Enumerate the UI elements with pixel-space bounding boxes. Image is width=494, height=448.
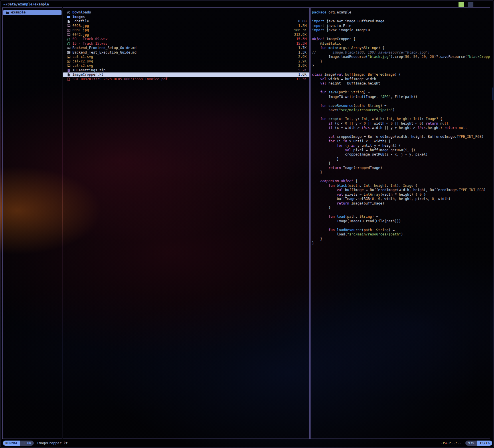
code-line: val pixels = IntArray(width * height) { …: [312, 192, 490, 197]
image-icon: [67, 29, 70, 32]
tab[interactable]: [459, 2, 464, 7]
status-right: -rw-r--r-- 93% 15/16: [441, 441, 492, 446]
file-size: 1.7K: [298, 46, 307, 50]
file-row[interactable]: ImageCropper.kt 1.6K: [63, 72, 309, 77]
code-line: val croppedImage = BufferedImage(width, …: [312, 135, 490, 139]
image-icon: [67, 60, 70, 63]
file-row[interactable]: 0028.jpg 1.3M: [63, 24, 309, 28]
file-size: 12.5K: [296, 77, 307, 82]
code-preview: package org.example import java.awt.imag…: [311, 8, 490, 246]
file-row[interactable]: 0031.jpg 586.3K: [63, 28, 309, 33]
download-folder-icon: [67, 11, 70, 14]
code-line: [312, 175, 490, 179]
file-name: cal-c2.svg: [72, 59, 296, 64]
markdown-icon: [67, 51, 70, 54]
code-line: }: [312, 206, 490, 210]
tab[interactable]: [468, 2, 473, 7]
tab[interactable]: [477, 2, 483, 7]
code-line: croppedImage.setRGB(i - x, j - y, pixel): [312, 152, 490, 157]
file-name: ImageCropper.kt: [72, 72, 296, 77]
code-line: fun loadResource(path: String) =: [312, 228, 490, 233]
code-line: [312, 33, 490, 37]
code-line: return Image(croppedImage): [312, 166, 490, 170]
parent-list: example: [3, 8, 62, 15]
code-line: }: [312, 59, 490, 64]
file-row[interactable]: SBI_0032013739_2023_DE05_0003155631Invoi…: [63, 77, 309, 82]
code-line: class Image(val buffImage: BufferedImage…: [312, 72, 490, 77]
code-line: [312, 15, 490, 19]
code-line: [312, 210, 490, 215]
code-line: }: [312, 161, 490, 166]
file-name: 0028.jpg: [72, 24, 296, 28]
file-row[interactable]: cal-c3.svg 2.9K: [63, 64, 309, 68]
sidebar-item[interactable]: example: [3, 10, 62, 15]
file-permissions: -rw-r--r--: [441, 441, 461, 445]
image-icon: [67, 24, 70, 27]
kotlin-icon: [67, 73, 70, 76]
file-row[interactable]: .dotfile 0.0B: [63, 19, 309, 24]
file-row[interactable]: Images: [63, 15, 309, 19]
file-name: cal-c1.svg: [72, 55, 296, 59]
code-line: if (x < 0 || y < 0 || width < 0 || heigh…: [312, 121, 490, 126]
code-line: [312, 86, 490, 91]
code-line: }: [312, 157, 490, 162]
code-line: package org.example: [312, 10, 490, 15]
mode-indicator: NORMAL: [3, 441, 20, 446]
file-name: 0042.jpg: [72, 33, 292, 37]
file-row[interactable]: Backend_Frontend_Setup_Guide.md 1.7K: [63, 46, 309, 50]
file-row[interactable]: Backend_Test_Execution_Guide.md 1.3K: [63, 50, 309, 55]
image-icon: [67, 33, 70, 36]
code-line: val width = buffImage.width: [312, 77, 490, 82]
code-line: save("src/main/resources/$path"): [312, 108, 490, 113]
file-size: 15.3M: [296, 42, 307, 46]
file-row[interactable]: cal-c1.svg 2.9K: [63, 55, 309, 59]
markdown-icon: [67, 46, 70, 50]
code-line: Image(ImageIO.read(File(path))): [312, 219, 490, 224]
code-line: companion object {: [312, 179, 490, 184]
parent-pane: example: [2, 7, 62, 439]
file-name: Downloads: [72, 10, 305, 15]
code-line: buffImage.setRGB(0, 0, width, height, pi…: [312, 197, 490, 201]
code-line: fun save(path: String) =: [312, 90, 490, 95]
file-size: 586.3K: [294, 28, 307, 33]
file-size-indicator: 1.6K: [20, 441, 34, 446]
tab-bar: [459, 2, 492, 7]
file-size: 1.3M: [298, 24, 307, 28]
file-name: Images: [72, 15, 305, 19]
file-name: SBI_0032013739_2023_DE05_0003155631Invoi…: [72, 77, 294, 82]
file-name: Backend_Frontend_Setup_Guide.md: [72, 46, 296, 50]
topbar: ~/Data/example/example: [0, 1, 494, 7]
file-row[interactable]: 09 - Track 09.wav 15.3M: [63, 37, 309, 42]
code-line: return Image(buffImage): [312, 201, 490, 206]
file-name: cal-c3.svg: [72, 64, 296, 68]
file-row[interactable]: 15 - Track 15.wav 15.3M: [63, 42, 309, 46]
file-row[interactable]: Downloads: [63, 10, 309, 15]
tab[interactable]: [486, 2, 492, 7]
audio-icon: [67, 38, 70, 41]
code-line: fun main(args: Array<String>) {: [312, 46, 490, 50]
code-line: for (j in y until y + height) {: [312, 144, 490, 148]
image-icon: [67, 55, 70, 59]
file-name: 09 - Track 09.wav: [72, 37, 294, 42]
code-line: import java.io.File: [312, 24, 490, 28]
file-row[interactable]: 0042.jpg 212.9K: [63, 33, 309, 37]
code-line: import java.awt.image.BufferedImage: [312, 19, 490, 24]
code-line: ImageIO.write(buffImage, "JPG", File(pat…: [312, 95, 490, 99]
preview-pane[interactable]: package org.example import java.awt.imag…: [310, 7, 490, 439]
audio-icon: [67, 42, 70, 45]
code-line: [312, 130, 490, 135]
file-size: 15.3M: [296, 37, 307, 42]
code-line: @JvmStatic: [312, 42, 490, 46]
code-line: if (x + width > this.width || y + height…: [312, 126, 490, 130]
file-size: 2.9K: [298, 59, 307, 64]
code-line: [312, 113, 490, 117]
code-line: fun black(width: Int, height: Int): Imag…: [312, 184, 490, 188]
file-row[interactable]: cal-c2.svg 2.9K: [63, 59, 309, 64]
file-name: Backend_Test_Execution_Guide.md: [72, 50, 296, 55]
code-line: fun load(path: String) =: [312, 215, 490, 219]
cursor-position: 15/16: [477, 441, 492, 446]
file-row[interactable]: IDEAsettings.zip 5.2K: [63, 68, 309, 73]
code-line: import javax.imageio.ImageIO: [312, 28, 490, 33]
pdf-icon: [67, 77, 70, 81]
file-name: 15 - Track 15.wav: [72, 42, 294, 46]
